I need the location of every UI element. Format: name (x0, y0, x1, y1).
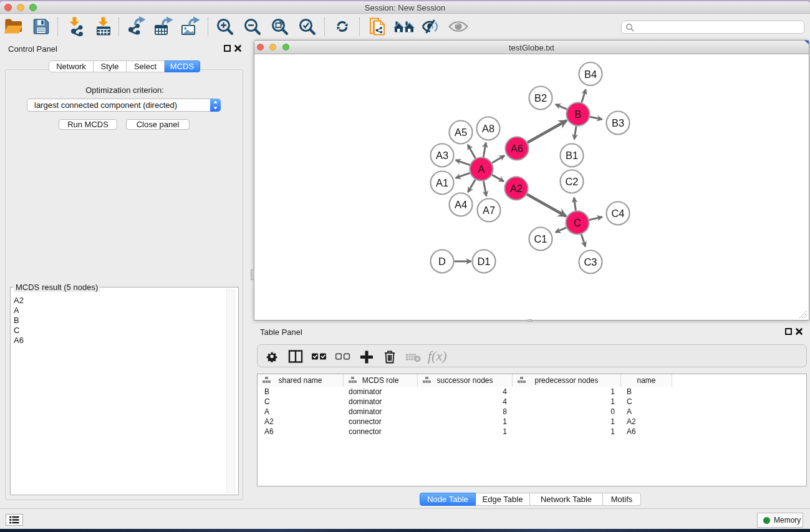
svg-text:A: A (478, 163, 485, 175)
svg-text:A6: A6 (511, 143, 523, 154)
svg-text:C1: C1 (534, 233, 547, 244)
svg-text:A8: A8 (482, 123, 494, 134)
svg-text:D1: D1 (477, 256, 490, 267)
svg-text:D: D (438, 256, 446, 267)
svg-text:C4: C4 (611, 208, 624, 219)
svg-text:C2: C2 (565, 176, 578, 187)
svg-text:A7: A7 (483, 205, 495, 216)
svg-text:A3: A3 (436, 150, 448, 161)
svg-text:A5: A5 (455, 127, 467, 138)
svg-text:C: C (574, 217, 581, 228)
svg-text:B4: B4 (584, 69, 597, 80)
svg-text:C3: C3 (584, 256, 597, 268)
svg-text:B2: B2 (534, 92, 547, 104)
svg-text:B1: B1 (566, 150, 578, 161)
svg-text:A2: A2 (510, 183, 523, 194)
svg-text:A4: A4 (455, 199, 467, 210)
svg-text:B3: B3 (612, 117, 624, 128)
svg-text:B: B (574, 109, 581, 120)
svg-text:A1: A1 (436, 177, 448, 188)
